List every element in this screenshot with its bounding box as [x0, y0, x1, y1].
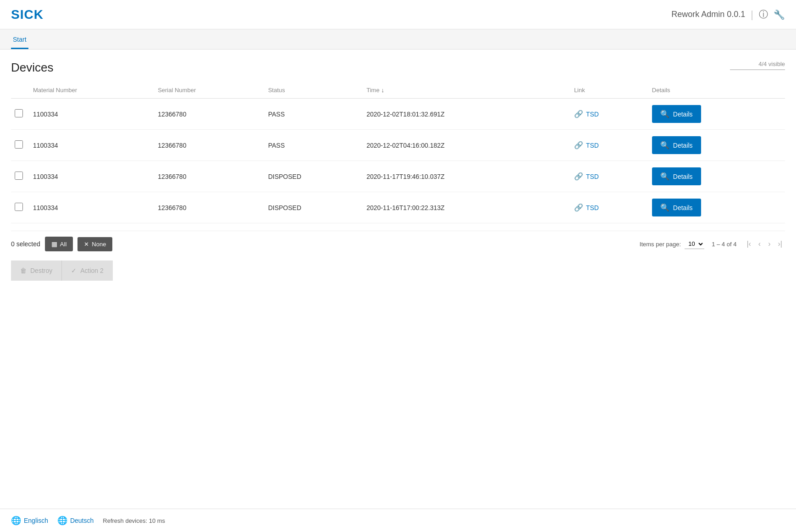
row-time: 2020-11-17T19:46:10.037Z	[363, 161, 570, 192]
row-status: DISPOSED	[265, 161, 363, 192]
details-label: Details	[673, 111, 693, 118]
main-content: Devices 4/4 visible Material Number Seri…	[0, 50, 796, 292]
row-details-cell[interactable]: 🔍 Details	[648, 130, 785, 161]
row-status: DISPOSED	[265, 192, 363, 223]
row-details-cell[interactable]: 🔍 Details	[648, 99, 785, 130]
row-material-number: 1100334	[29, 130, 154, 161]
row-material-number: 1100334	[29, 161, 154, 192]
help-icon[interactable]: ⓘ	[759, 8, 768, 21]
page-navigation: |‹ ‹ › ›|	[744, 238, 785, 250]
items-per-page-label: Items per page:	[640, 241, 681, 248]
refresh-info: Refresh devices: 10 ms	[103, 517, 165, 524]
row-time: 2020-11-16T17:00:22.313Z	[363, 192, 570, 223]
select-none-button[interactable]: ✕ None	[77, 237, 112, 251]
th-details: Details	[648, 82, 785, 99]
row-checkbox-2[interactable]	[15, 172, 23, 180]
th-serial-number: Serial Number	[154, 82, 265, 99]
header: SICK Rework Admin 0.0.1 | ⓘ 🔧	[0, 0, 796, 29]
link-chain-icon: 🔗	[574, 172, 583, 181]
row-time: 2020-12-02T04:16:00.182Z	[363, 130, 570, 161]
action2-button[interactable]: ✓ Action 2	[62, 260, 113, 281]
row-link[interactable]: 🔗 TSD	[570, 130, 648, 161]
row-checkbox-cell[interactable]	[11, 192, 29, 223]
search-icon: 🔍	[660, 110, 669, 118]
link-label[interactable]: TSD	[586, 142, 599, 149]
row-link[interactable]: 🔗 TSD	[570, 99, 648, 130]
selected-count: 0 selected	[11, 240, 40, 248]
search-icon: 🔍	[660, 141, 669, 150]
first-page-button[interactable]: |‹	[744, 238, 753, 250]
details-button-3[interactable]: 🔍 Details	[652, 199, 701, 216]
row-link[interactable]: 🔗 TSD	[570, 192, 648, 223]
th-material-number: Material Number	[29, 82, 154, 99]
search-icon: 🔍	[660, 203, 669, 212]
row-serial-number: 12366780	[154, 130, 265, 161]
row-serial-number: 12366780	[154, 161, 265, 192]
link-chain-icon: 🔗	[574, 141, 583, 150]
header-title: Rework Admin 0.0.1	[671, 10, 745, 19]
link-chain-icon: 🔗	[574, 203, 583, 212]
pagination-controls: Items per page: 10 25 50 1 – 4 of 4 |‹ ‹…	[640, 238, 785, 250]
row-status: PASS	[265, 130, 363, 161]
row-details-cell[interactable]: 🔍 Details	[648, 161, 785, 192]
settings-icon[interactable]: 🔧	[774, 9, 785, 20]
table-row: 1100334 12366780 DISPOSED 2020-11-17T19:…	[11, 161, 785, 192]
details-button-0[interactable]: 🔍 Details	[652, 105, 701, 123]
row-serial-number: 12366780	[154, 192, 265, 223]
devices-table: Material Number Serial Number Status Tim…	[11, 82, 785, 223]
destroy-button[interactable]: 🗑 Destroy	[11, 260, 62, 281]
sick-logo: SICK	[11, 7, 44, 22]
link-label[interactable]: TSD	[586, 111, 599, 118]
link-label[interactable]: TSD	[586, 173, 599, 180]
check-circle-icon: ✓	[71, 267, 77, 274]
table-header: Material Number Serial Number Status Tim…	[11, 82, 785, 99]
row-checkbox-1[interactable]	[15, 140, 23, 149]
row-checkbox-cell[interactable]	[11, 130, 29, 161]
search-icon: 🔍	[660, 172, 669, 181]
nav-tab-start[interactable]: Start	[11, 31, 28, 49]
next-page-button[interactable]: ›	[765, 238, 773, 250]
select-all-button[interactable]: ▦ All	[45, 237, 73, 251]
th-time: Time ↓	[363, 82, 570, 99]
language-english-button[interactable]: 🌐 Englisch	[11, 515, 48, 526]
table-row: 1100334 12366780 PASS 2020-12-02T04:16:0…	[11, 130, 785, 161]
header-divider: |	[751, 9, 753, 21]
row-details-cell[interactable]: 🔍 Details	[648, 192, 785, 223]
sort-down-icon[interactable]: ↓	[381, 87, 385, 94]
trash-icon: 🗑	[20, 267, 27, 274]
language-deutsch-button[interactable]: 🌐 Deutsch	[57, 515, 94, 526]
prev-page-button[interactable]: ‹	[756, 238, 763, 250]
grid-icon: ▦	[51, 240, 57, 248]
globe-icon-deutsch: 🌐	[57, 515, 67, 526]
page-header: Devices 4/4 visible	[11, 61, 785, 75]
th-checkbox	[11, 82, 29, 99]
action-buttons: 🗑 Destroy ✓ Action 2	[11, 260, 785, 281]
table-body: 1100334 12366780 PASS 2020-12-02T18:01:3…	[11, 99, 785, 223]
row-checkbox-0[interactable]	[15, 109, 23, 117]
th-status: Status	[265, 82, 363, 99]
row-serial-number: 12366780	[154, 99, 265, 130]
row-material-number: 1100334	[29, 192, 154, 223]
items-per-page-select[interactable]: 10 25 50	[685, 239, 704, 249]
details-label: Details	[673, 142, 693, 149]
row-checkbox-cell[interactable]	[11, 99, 29, 130]
table-row: 1100334 12366780 PASS 2020-12-02T18:01:3…	[11, 99, 785, 130]
table-row: 1100334 12366780 DISPOSED 2020-11-16T17:…	[11, 192, 785, 223]
items-per-page: Items per page: 10 25 50	[640, 239, 704, 249]
row-status: PASS	[265, 99, 363, 130]
visible-count: 4/4 visible	[730, 61, 785, 70]
th-link: Link	[570, 82, 648, 99]
last-page-button[interactable]: ›|	[775, 238, 785, 250]
link-label[interactable]: TSD	[586, 204, 599, 211]
details-button-1[interactable]: 🔍 Details	[652, 136, 701, 154]
details-label: Details	[673, 173, 693, 180]
row-checkbox-3[interactable]	[15, 203, 23, 211]
row-checkbox-cell[interactable]	[11, 161, 29, 192]
details-button-2[interactable]: 🔍 Details	[652, 167, 701, 185]
row-link[interactable]: 🔗 TSD	[570, 161, 648, 192]
row-material-number: 1100334	[29, 99, 154, 130]
globe-icon-english: 🌐	[11, 515, 21, 526]
header-right: Rework Admin 0.0.1 | ⓘ 🔧	[671, 8, 785, 21]
link-chain-icon: 🔗	[574, 110, 583, 118]
devices-table-container: Material Number Serial Number Status Tim…	[11, 82, 785, 223]
